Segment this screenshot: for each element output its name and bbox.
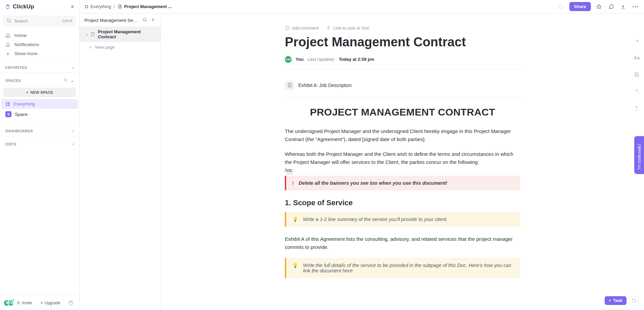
right-rail: Aa (631, 37, 642, 112)
new-task-button[interactable]: + Task (605, 296, 627, 305)
paragraph[interactable]: The undersigned Project Manager and the … (285, 127, 520, 143)
sync-icon[interactable] (557, 3, 565, 11)
outline-page-item[interactable]: › Project Management Contract (80, 27, 161, 42)
space-item[interactable]: S Space (1, 109, 78, 120)
help-icon (68, 300, 73, 305)
section-favorites[interactable]: FAVORITES › (0, 60, 79, 73)
doc-icon (285, 81, 294, 90)
invite-button[interactable]: Invite (14, 299, 35, 307)
banner-tip[interactable]: 💡 Write the full details of the service … (285, 258, 520, 278)
svg-rect-2 (6, 102, 7, 103)
typography-icon[interactable]: Aa (633, 54, 641, 62)
doc-main: Add comment Link to task or Doc Project … (161, 0, 644, 310)
nav-home[interactable]: Home (0, 31, 79, 40)
bulb-icon: 💡 (292, 263, 298, 273)
breadcrumb-current[interactable]: Project Management ... (118, 4, 172, 9)
svg-point-6 (17, 301, 19, 303)
chevron-down-icon[interactable]: ⌄ (71, 78, 74, 83)
breadcrumb: Everything / Project Management ... (84, 4, 172, 9)
share-icon[interactable] (633, 104, 641, 112)
chevron-right-icon: › (73, 129, 74, 133)
svg-point-1 (64, 79, 67, 81)
expand-icon[interactable] (633, 37, 641, 45)
svg-point-13 (633, 6, 634, 7)
logo-text: ClickUp (13, 3, 34, 10)
plus-icon: + (26, 90, 29, 94)
page-title[interactable]: Project Management Contract (285, 35, 520, 50)
search-icon[interactable] (143, 17, 147, 23)
logo[interactable]: ClickUp (5, 3, 34, 10)
section-docs[interactable]: DOCS › (0, 136, 79, 149)
home-icon (5, 33, 10, 38)
sparkle-icon: ✦ (40, 301, 43, 305)
search-placeholder: Search (14, 18, 28, 24)
topbar: Everything / Project Management ... Shar… (80, 0, 644, 13)
bell-icon (5, 42, 10, 47)
svg-rect-9 (87, 5, 88, 6)
search-small-icon[interactable] (64, 78, 68, 83)
ai-icon[interactable] (633, 87, 641, 95)
more-icon[interactable] (631, 3, 639, 11)
banner-tip[interactable]: 💡 Write a 1-2 line summary of the servic… (285, 212, 520, 227)
apps-button[interactable] (629, 296, 639, 305)
user-plus-icon (16, 301, 21, 305)
nav-notifications[interactable]: Notifications (0, 40, 79, 49)
space-badge-icon: S (5, 111, 11, 117)
exclamation-icon: ! (292, 180, 294, 186)
nav-show-more[interactable]: Show more (0, 49, 79, 58)
svg-rect-10 (85, 7, 86, 8)
link-task-button[interactable]: Link to task or Doc (326, 26, 370, 31)
section-heading[interactable]: 1. Scope of Service (285, 198, 520, 207)
outline-title[interactable]: Project Management Services Co... (84, 18, 138, 23)
section-dashboards[interactable]: DASHBOARDS › (0, 123, 79, 136)
search-icon (7, 18, 11, 23)
doc-icon (118, 4, 122, 9)
bulb-icon: 💡 (292, 217, 298, 222)
avatar: KW (285, 56, 292, 63)
template-icon[interactable] (633, 71, 641, 79)
doc-heading[interactable]: PROJECT MANAGEMENT CONTRACT (285, 106, 520, 118)
help-button[interactable] (66, 299, 76, 307)
grid-icon (5, 102, 10, 106)
grid-icon (84, 5, 88, 9)
svg-point-18 (635, 299, 636, 300)
author-label: You (296, 57, 304, 62)
svg-point-12 (559, 5, 563, 9)
banner-warning[interactable]: ! Delete all the banners you see too whe… (285, 176, 520, 190)
svg-point-16 (143, 18, 146, 21)
search-shortcut: Ctrl+K (62, 19, 73, 23)
chevron-right-icon: › (73, 142, 74, 146)
collapse-panel-icon[interactable] (151, 17, 156, 23)
svg-rect-4 (6, 104, 7, 106)
add-comment-button[interactable]: Add comment (285, 26, 319, 31)
logo-icon (5, 4, 11, 10)
paragraph[interactable]: Exhibit A of this Agreement lists the co… (285, 235, 520, 251)
subpage-link[interactable]: Exhibit A: Job Description (285, 76, 520, 97)
doc-outline: Project Management Services Co... › Proj… (80, 0, 161, 310)
comment-bubble-icon[interactable] (607, 3, 615, 11)
collapse-sidebar-icon[interactable] (70, 4, 75, 9)
space-everything[interactable]: Everything (1, 99, 78, 109)
share-button[interactable]: Share (569, 2, 591, 11)
chevron-right-icon: › (73, 65, 74, 70)
svg-point-17 (632, 299, 633, 300)
svg-point-14 (635, 6, 636, 7)
doc-icon (90, 32, 95, 37)
avatar-stack[interactable]: K KW (3, 299, 8, 307)
new-space-button[interactable]: + NEW SPACE (3, 88, 76, 97)
star-icon[interactable] (595, 3, 603, 11)
plus-icon: + (609, 298, 611, 303)
breadcrumb-root[interactable]: Everything (84, 4, 111, 9)
upgrade-button[interactable]: ✦ Upgrade (37, 299, 63, 307)
svg-rect-3 (8, 102, 9, 103)
svg-point-20 (635, 301, 636, 302)
section-spaces[interactable]: SPACES ⌄ (0, 73, 79, 86)
plus-icon: + (89, 45, 92, 50)
paragraph[interactable]: Whereas both the Project Manager and the… (285, 150, 520, 174)
link-icon (326, 26, 331, 31)
download-icon[interactable] (619, 3, 627, 11)
svg-point-19 (632, 301, 633, 302)
search-input[interactable]: Search Ctrl+K (3, 15, 76, 26)
feedback-button[interactable]: ⓘ I'm confused (634, 136, 644, 174)
new-page-button[interactable]: + New page (80, 42, 161, 52)
